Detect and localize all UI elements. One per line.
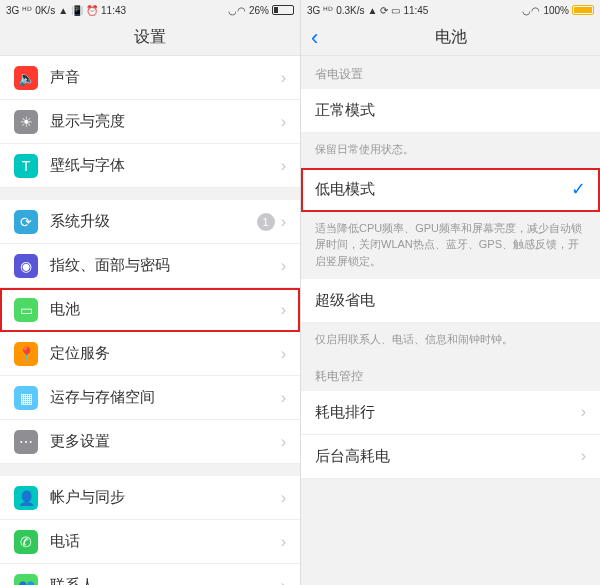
settings-list: 🔈声音›☀显示与亮度›T壁纸与字体›⟳系统升级1›◉指纹、面部与密码›▭电池›📍… [0,56,300,585]
list-item[interactable]: 超级省电 [301,279,600,323]
list-item[interactable]: ☀显示与亮度› [0,100,300,144]
chevron-right-icon: › [581,403,586,421]
list-item[interactable]: ✆电话› [0,520,300,564]
chevron-right-icon: › [281,577,286,586]
alarm-icon: ⏰ [86,5,98,16]
battery-icon [572,5,594,15]
speaker-icon: 🔈 [14,66,38,90]
list-item-label: 耗电排行 [315,403,581,422]
list-item-label: 系统升级 [50,212,257,231]
nav-header: ‹ 电池 [301,20,600,56]
section-header: 耗电管控 [301,358,600,391]
battery-content: 省电设置正常模式保留日常使用状态。低电模式✓适当降低CPU频率、GPU频率和屏幕… [301,56,600,479]
list-item-label: 电池 [50,300,281,319]
battery-icon [272,5,294,15]
notification-badge: 1 [257,213,275,231]
list-item-label: 超级省电 [315,291,586,310]
chevron-right-icon: › [281,389,286,407]
nav-header: 设置 [0,20,300,56]
chevron-right-icon: › [281,533,286,551]
list-item-label: 显示与亮度 [50,112,281,131]
chevron-right-icon: › [281,257,286,275]
alert-icon: ▲ [58,5,68,16]
chevron-right-icon: › [281,489,286,507]
sync-icon: ⟳ [380,5,388,16]
wifi-icon: ◡◠ [522,5,540,16]
list-item-label: 帐户与同步 [50,488,281,507]
list-item[interactable]: 👤帐户与同步› [0,476,300,520]
page-title: 设置 [134,27,166,48]
battery-icon: ▭ [14,298,38,322]
chevron-right-icon: › [281,69,286,87]
fingerprint-icon: ◉ [14,254,38,278]
list-item[interactable]: ◉指纹、面部与密码› [0,244,300,288]
list-item[interactable]: 👥联系人› [0,564,300,585]
more-icon: ⋯ [14,430,38,454]
list-item-label: 定位服务 [50,344,281,363]
list-item[interactable]: ⟳系统升级1› [0,200,300,244]
clock-text: 11:43 [101,5,126,16]
brightness-icon: ☀ [14,110,38,134]
alert-icon: ▲ [367,5,377,16]
vibrate-icon: 📳 [71,5,83,16]
location-icon: 📍 [14,342,38,366]
row-description: 仅启用联系人、电话、信息和闹钟时钟。 [301,323,600,358]
battery-pct: 100% [543,5,569,16]
status-bar: 3G ᴴᴰ 0K/s ▲ 📳 ⏰ 11:43 ◡◠ 26% [0,0,300,20]
list-item-label: 联系人 [50,576,281,585]
row-description: 保留日常使用状态。 [301,133,600,168]
list-item-label: 壁纸与字体 [50,156,281,175]
list-item-label: 低电模式 [315,180,571,199]
update-icon: ⟳ [14,210,38,234]
page-title: 电池 [435,27,467,48]
chevron-right-icon: › [281,213,286,231]
check-icon: ✓ [571,178,586,200]
chevron-right-icon: › [581,447,586,465]
list-item-label: 电话 [50,532,281,551]
signal-text: 3G ᴴᴰ [307,5,333,16]
list-item-label: 后台高耗电 [315,447,581,466]
list-item[interactable]: 后台高耗电› [301,435,600,479]
chevron-right-icon: › [281,301,286,319]
chevron-right-icon: › [281,433,286,451]
status-bar: 3G ᴴᴰ 0.3K/s ▲ ⟳ ▭ 11:45 ◡◠ 100% [301,0,600,20]
net-speed: 0K/s [35,5,55,16]
settings-screen: 3G ᴴᴰ 0K/s ▲ 📳 ⏰ 11:43 ◡◠ 26% 设置 🔈声音›☀显示… [0,0,300,585]
card-icon: ▭ [391,5,400,16]
storage-icon: ▦ [14,386,38,410]
list-item[interactable]: 📍定位服务› [0,332,300,376]
list-item-label: 更多设置 [50,432,281,451]
chevron-right-icon: › [281,345,286,363]
row-description: 适当降低CPU频率、GPU频率和屏幕亮度，减少自动锁屏时间，关闭WLAN热点、蓝… [301,212,600,280]
list-item[interactable]: 耗电排行› [301,391,600,435]
list-item-label: 指纹、面部与密码 [50,256,281,275]
list-item[interactable]: ▦运存与存储空间› [0,376,300,420]
section-gap [0,464,300,476]
wallpaper-icon: T [14,154,38,178]
account-icon: 👤 [14,486,38,510]
battery-screen: 3G ᴴᴰ 0.3K/s ▲ ⟳ ▭ 11:45 ◡◠ 100% ‹ 电池 省电… [300,0,600,585]
list-item-label: 声音 [50,68,281,87]
net-speed: 0.3K/s [336,5,364,16]
list-item[interactable]: 正常模式 [301,89,600,133]
section-gap [0,188,300,200]
list-item[interactable]: ⋯更多设置› [0,420,300,464]
wifi-icon: ◡◠ [228,5,246,16]
list-item[interactable]: ▭电池› [0,288,300,332]
list-item[interactable]: 低电模式✓ [301,168,600,212]
list-item[interactable]: 🔈声音› [0,56,300,100]
clock-text: 11:45 [403,5,428,16]
chevron-right-icon: › [281,113,286,131]
battery-pct: 26% [249,5,269,16]
list-item[interactable]: T壁纸与字体› [0,144,300,188]
back-button[interactable]: ‹ [311,27,318,49]
list-item-label: 运存与存储空间 [50,388,281,407]
phone-icon: ✆ [14,530,38,554]
section-header: 省电设置 [301,56,600,89]
contacts-icon: 👥 [14,574,38,586]
chevron-right-icon: › [281,157,286,175]
signal-text: 3G ᴴᴰ [6,5,32,16]
list-item-label: 正常模式 [315,101,586,120]
